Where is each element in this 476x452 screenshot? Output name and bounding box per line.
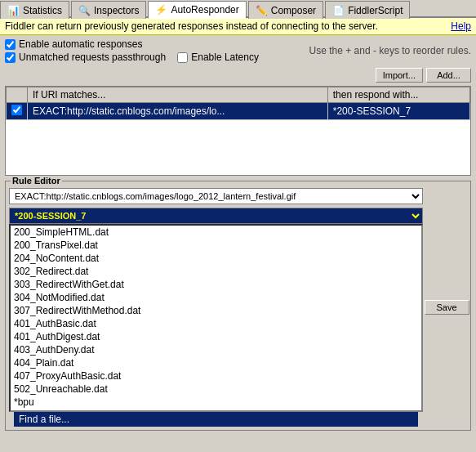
tab-fiddlerscript[interactable]: 📄 FiddlerScript [325,1,410,19]
tab-inspectors[interactable]: 🔍 Inspectors [71,1,146,19]
tab-statistics[interactable]: 📊 Statistics [0,1,69,19]
table-row[interactable]: EXACT:http://static.cnblogs.com/images/l… [7,103,470,120]
list-item[interactable]: 200_SimpleHTML.dat [11,226,421,239]
rule-editor-content: EXACT:http://static.cnblogs.com/images/l… [9,188,467,427]
action-bar: Import... Add... [0,66,476,86]
response-row: *200-SESSION_7 [9,208,423,224]
enable-auto-checkbox[interactable] [5,39,16,50]
editor-main: EXACT:http://static.cnblogs.com/images/l… [9,188,423,427]
list-item[interactable]: 307_RedirectWithMethod.dat [11,304,421,317]
info-bar: Fiddler can return previously generated … [0,18,476,35]
row-response: *200-SESSION_7 [327,103,469,120]
response-list[interactable]: 200_SimpleHTML.dat200_TransPixel.dat204_… [9,224,423,412]
list-item[interactable]: 502_Unreachable.dat [11,383,421,396]
options-right: Use the + and - keys to reorder rules. [309,45,471,56]
tab-autoresponder-label: AutoResponder [171,4,238,16]
list-item[interactable]: 404_Plain.dat [11,356,421,369]
inspectors-icon: 🔍 [78,5,91,16]
tab-bar: 📊 Statistics 🔍 Inspectors ⚡ AutoResponde… [0,0,476,18]
list-item[interactable]: *bpu [11,396,421,409]
tab-composer[interactable]: ✏️ Composer [248,1,323,19]
list-item[interactable]: 403_AuthDeny.dat [11,343,421,356]
list-item[interactable]: 401_AuthDigest.dat [11,330,421,343]
tab-composer-label: Composer [271,5,316,16]
fiddlerscript-icon: 📄 [332,5,345,16]
latency-label: Enable Latency [191,51,259,63]
editor-row: EXACT:http://static.cnblogs.com/images/l… [9,188,467,427]
row-checkbox[interactable] [11,105,22,115]
response-select[interactable]: *200-SESSION_7 [9,208,423,224]
enable-auto-label: Enable automatic responses [19,38,142,50]
unmatched-row: Unmatched requests passthrough Enable La… [5,51,259,63]
list-item[interactable]: 401_AuthBasic.dat [11,317,421,330]
save-button[interactable]: Save [425,300,469,315]
statistics-icon: 📊 [7,5,20,16]
rules-table: If URI matches... then respond with... E… [6,87,470,120]
enable-auto-row: Enable automatic responses [5,38,259,50]
options-bar: Enable automatic responses Unmatched req… [0,35,476,66]
save-btn-area: Save [426,188,467,427]
unmatched-label: Unmatched requests passthrough [19,51,166,63]
col-response: then respond with... [327,87,469,103]
rules-table-container: If URI matches... then respond with... E… [5,86,471,176]
row-uri: EXACT:http://static.cnblogs.com/images/l… [28,103,328,120]
find-file-bar[interactable]: Find a file... [14,412,418,427]
list-item[interactable]: 204_NoContent.dat [11,252,421,265]
tab-statistics-label: Statistics [23,5,62,16]
list-item[interactable]: 304_NotModified.dat [11,291,421,304]
uri-select[interactable]: EXACT:http://static.cnblogs.com/images/l… [9,188,423,204]
help-link[interactable]: Help [451,20,471,32]
list-item[interactable]: 407_ProxyAuthBasic.dat [11,369,421,383]
composer-icon: ✏️ [256,5,268,16]
latency-checkbox[interactable] [177,52,188,63]
action-buttons: Import... Add... [376,68,471,83]
find-file-label: Find a file... [19,414,69,425]
rule-editor-label: Rule Editor [11,176,62,186]
info-message: Fiddler can return previously generated … [5,20,378,32]
list-item[interactable]: 302_Redirect.dat [11,265,421,278]
list-item[interactable]: 303_RedirectWithGet.dat [11,278,421,291]
tab-autoresponder[interactable]: ⚡ AutoResponder [148,1,246,19]
add-button[interactable]: Add... [426,68,471,83]
list-item[interactable]: 200_TransPixel.dat [11,239,421,252]
col-uri: If URI matches... [28,87,328,103]
uri-row: EXACT:http://static.cnblogs.com/images/l… [9,188,423,204]
import-button[interactable]: Import... [376,68,423,83]
rule-editor: Rule Editor EXACT:http://static.cnblogs.… [5,181,471,431]
tab-fiddlerscript-label: FiddlerScript [348,5,403,16]
unmatched-checkbox[interactable] [5,52,16,63]
autoresponder-icon: ⚡ [155,4,167,16]
options-left: Enable automatic responses Unmatched req… [5,38,259,63]
row-check-cell [7,103,28,120]
reorder-hint: Use the + and - keys to reorder rules. [309,45,471,56]
tab-inspectors-label: Inspectors [94,5,139,16]
col-check [7,87,28,103]
